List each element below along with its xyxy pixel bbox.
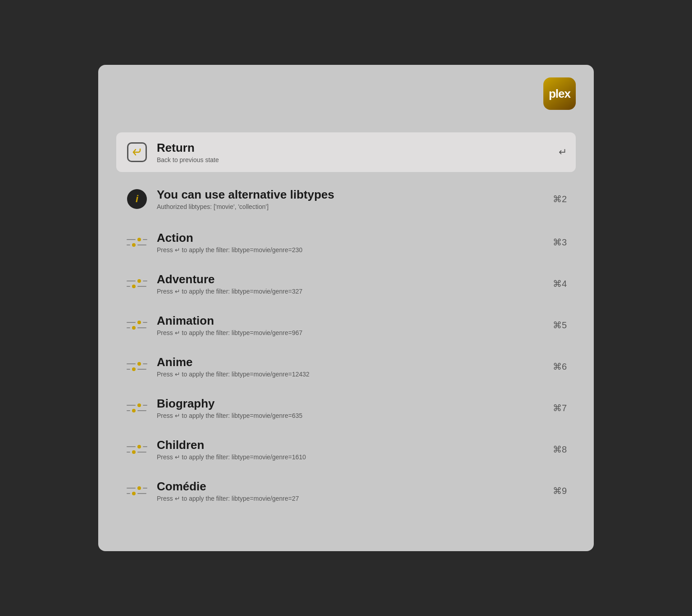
genre-subtitle: Press ↵ to apply the filter: libtype=mov… bbox=[157, 288, 546, 295]
genre-title: Animation bbox=[157, 314, 546, 328]
genre-menu-item[interactable]: Biography Press ↵ to apply the filter: l… bbox=[116, 388, 576, 428]
info-subtitle: Authorized libtypes: ['movie', 'collecti… bbox=[157, 203, 546, 210]
genre-shortcut: ⌘7 bbox=[553, 403, 567, 413]
genre-shortcut: ⌘9 bbox=[553, 485, 567, 496]
sliders-icon bbox=[125, 319, 149, 331]
info-title: You can use alternative libtypes bbox=[157, 188, 546, 202]
sliders-icon-container bbox=[125, 272, 149, 295]
genre-menu-item[interactable]: Animation Press ↵ to apply the filter: l… bbox=[116, 305, 576, 345]
sliders-icon-container bbox=[125, 396, 149, 420]
genre-text: Adventure Press ↵ to apply the filter: l… bbox=[157, 272, 546, 295]
genre-subtitle: Press ↵ to apply the filter: libtype=mov… bbox=[157, 412, 546, 419]
return-title: Return bbox=[157, 141, 551, 155]
genre-shortcut: ⌘3 bbox=[553, 237, 567, 248]
sliders-icon bbox=[125, 360, 149, 373]
return-icon bbox=[127, 142, 147, 162]
genre-title: Children bbox=[157, 438, 546, 452]
genre-title: Anime bbox=[157, 355, 546, 369]
sliders-icon-container bbox=[125, 355, 149, 378]
plex-logo: plex bbox=[543, 77, 576, 110]
genre-subtitle: Press ↵ to apply the filter: libtype=mov… bbox=[157, 495, 546, 502]
genre-text: Children Press ↵ to apply the filter: li… bbox=[157, 438, 546, 461]
genre-shortcut: ⌘8 bbox=[553, 444, 567, 455]
app-window: plex Return Back to previous state ↵ bbox=[98, 65, 594, 551]
sliders-icon bbox=[125, 236, 149, 249]
genre-menu-item[interactable]: Anime Press ↵ to apply the filter: libty… bbox=[116, 347, 576, 386]
genre-subtitle: Press ↵ to apply the filter: libtype=mov… bbox=[157, 329, 546, 336]
genre-text: Comédie Press ↵ to apply the filter: lib… bbox=[157, 480, 546, 502]
genre-subtitle: Press ↵ to apply the filter: libtype=mov… bbox=[157, 453, 546, 461]
genre-title: Action bbox=[157, 231, 546, 245]
sliders-icon-container bbox=[125, 313, 149, 337]
genre-title: Comédie bbox=[157, 480, 546, 494]
genre-list: Action Press ↵ to apply the filter: libt… bbox=[116, 222, 576, 511]
return-menu-item[interactable]: Return Back to previous state ↵ bbox=[116, 132, 576, 172]
genre-text: Biography Press ↵ to apply the filter: l… bbox=[157, 397, 546, 419]
genre-subtitle: Press ↵ to apply the filter: libtype=mov… bbox=[157, 371, 546, 378]
menu-content: Return Back to previous state ↵ i You ca… bbox=[116, 132, 576, 511]
sliders-icon-container bbox=[125, 438, 149, 461]
return-shortcut: ↵ bbox=[559, 146, 567, 158]
return-subtitle: Back to previous state bbox=[157, 156, 551, 163]
genre-menu-item[interactable]: Action Press ↵ to apply the filter: libt… bbox=[116, 222, 576, 262]
info-icon: i bbox=[127, 189, 147, 209]
sliders-icon-container bbox=[125, 231, 149, 254]
genre-text: Animation Press ↵ to apply the filter: l… bbox=[157, 314, 546, 336]
sliders-icon-container bbox=[125, 479, 149, 503]
genre-title: Adventure bbox=[157, 272, 546, 286]
sliders-icon bbox=[125, 402, 149, 414]
genre-menu-item[interactable]: Children Press ↵ to apply the filter: li… bbox=[116, 430, 576, 469]
genre-menu-item[interactable]: Comédie Press ↵ to apply the filter: lib… bbox=[116, 471, 576, 511]
sliders-icon bbox=[125, 277, 149, 290]
genre-text: Anime Press ↵ to apply the filter: libty… bbox=[157, 355, 546, 378]
genre-shortcut: ⌘4 bbox=[553, 278, 567, 289]
info-menu-item[interactable]: i You can use alternative libtypes Autho… bbox=[116, 179, 576, 219]
return-icon-container bbox=[125, 140, 149, 164]
genre-menu-item[interactable]: Adventure Press ↵ to apply the filter: l… bbox=[116, 264, 576, 303]
return-text: Return Back to previous state bbox=[157, 141, 551, 163]
sliders-icon bbox=[125, 485, 149, 497]
info-text: You can use alternative libtypes Authori… bbox=[157, 188, 546, 210]
genre-shortcut: ⌘5 bbox=[553, 320, 567, 331]
info-shortcut: ⌘2 bbox=[553, 194, 567, 204]
genre-subtitle: Press ↵ to apply the filter: libtype=mov… bbox=[157, 246, 546, 254]
genre-shortcut: ⌘6 bbox=[553, 361, 567, 372]
sliders-icon bbox=[125, 443, 149, 456]
genre-title: Biography bbox=[157, 397, 546, 411]
genre-text: Action Press ↵ to apply the filter: libt… bbox=[157, 231, 546, 254]
info-icon-container: i bbox=[125, 187, 149, 211]
